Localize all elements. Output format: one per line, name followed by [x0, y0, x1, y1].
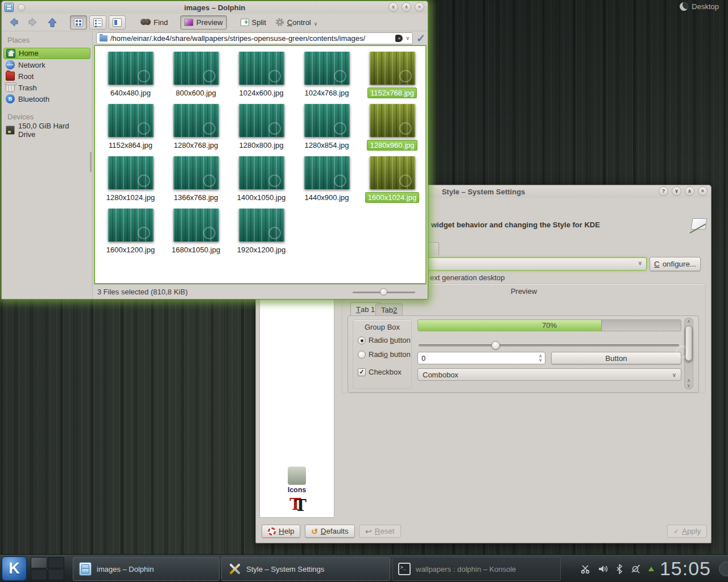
file-item[interactable]: 1280x854.jpg	[294, 104, 359, 156]
forward-button[interactable]	[24, 15, 42, 30]
pager-desktop-1[interactable]	[31, 557, 47, 568]
digital-clock[interactable]: 15:05	[660, 555, 711, 582]
preview-scrollbar[interactable]: ∧ ∧ ∨	[684, 318, 693, 389]
dolphin-app-icon	[79, 562, 92, 576]
maximize-button[interactable]: ∧	[402, 2, 411, 12]
zoom-slider[interactable]	[353, 288, 415, 296]
search-indexer-icon[interactable]	[631, 564, 641, 574]
spin-down-icon[interactable]: ∨	[539, 358, 542, 362]
defaults-button[interactable]: ↺ Defaults	[305, 525, 355, 538]
minimize-button[interactable]: ∨	[388, 2, 398, 12]
radio-button-1[interactable]: Radio button	[358, 336, 411, 344]
clear-text-icon[interactable]: ×	[395, 35, 403, 42]
places-item[interactable]: Home	[3, 48, 90, 59]
sticky-window-button[interactable]	[18, 4, 25, 11]
file-item[interactable]: 800x600.jpg	[163, 52, 229, 104]
up-button[interactable]	[44, 15, 61, 30]
device-item[interactable]: 150,0 GiB Hard Drive	[3, 124, 90, 136]
spinbox-arrows[interactable]: ∧ ∨	[539, 354, 542, 362]
tray-expander-icon[interactable]	[648, 567, 654, 571]
help-window-button[interactable]: ?	[659, 186, 668, 196]
sidebar-item[interactable]: Fonts	[260, 501, 334, 518]
file-item[interactable]: 728x582.jpg	[98, 156, 163, 209]
file-item[interactable]: 640x480.jpg	[98, 52, 163, 104]
klipper-scissors-icon[interactable]	[580, 564, 590, 574]
kde-menu-button[interactable]: K	[2, 556, 27, 581]
reset-button[interactable]: ↩ Reset	[359, 525, 401, 538]
file-item[interactable]: 1400x1050.jpg	[229, 156, 294, 209]
file-view[interactable]: 640x480.jpg 800x600.jpg 1024x600.jpg	[94, 45, 427, 284]
bluetooth-icon[interactable]	[615, 564, 623, 574]
file-item[interactable]: 1280x800.jpg	[229, 104, 294, 156]
pager-desktop-3[interactable]	[31, 569, 47, 580]
help-button[interactable]: Help	[262, 525, 300, 538]
volume-icon[interactable]	[598, 564, 608, 574]
file-item[interactable]: 1280x768.jpg	[163, 104, 229, 156]
file-item[interactable]: 1152x864.jpg	[98, 104, 163, 156]
dolphin-titlebar[interactable]: images – Dolphin ∨ ∧ ×	[2, 1, 428, 14]
pager-desktop-2[interactable]	[48, 557, 64, 568]
scrollbar-thumb[interactable]	[685, 326, 692, 361]
places-item[interactable]: Root	[3, 70, 90, 82]
desktop-toolbox[interactable]: Desktop	[680, 2, 719, 11]
undo-icon: ↺	[311, 527, 318, 536]
file-item[interactable]: 1280x960.jpg	[359, 104, 425, 156]
radio-button-2[interactable]: Radio button	[358, 350, 411, 359]
scroll-up-icon[interactable]: ∧	[684, 319, 693, 324]
find-button[interactable]: Find	[137, 15, 171, 30]
location-bar[interactable]: /home/einar/.kde4/share/wallpapers/strip…	[96, 32, 413, 44]
close-button[interactable]: ×	[415, 2, 424, 12]
file-item[interactable]: 1440x900.jpg	[294, 156, 359, 209]
terminal-icon: >_	[398, 563, 411, 575]
tab-2[interactable]: Tab 2	[375, 304, 403, 316]
slider-handle[interactable]	[491, 341, 500, 350]
icons-view-button[interactable]	[70, 15, 87, 30]
dolphin-app-icon[interactable]	[5, 3, 14, 12]
back-button[interactable]	[5, 15, 22, 30]
file-item[interactable]: 1152x768.jpg	[359, 52, 425, 104]
places-item[interactable]: Bluetooth	[3, 93, 90, 105]
preview-combobox[interactable]: Combobox ∨	[417, 368, 681, 381]
file-item[interactable]: 1920x1200.jpg	[229, 209, 294, 261]
maximize-button[interactable]: ∧	[685, 186, 694, 196]
spinbox[interactable]: 0 ∧ ∨	[417, 352, 545, 364]
preview-button[interactable]: Button	[551, 352, 681, 364]
split-button[interactable]: Split	[237, 15, 270, 30]
back-arrow-icon	[9, 18, 19, 27]
minimize-button[interactable]: ∨	[672, 186, 681, 196]
chevron-down-icon[interactable]: ∨	[406, 35, 410, 41]
apply-button[interactable]: ✓ Apply	[667, 525, 707, 538]
slider-handle[interactable]	[380, 288, 387, 296]
preview-toggle-button[interactable]: Preview	[180, 15, 226, 30]
file-item[interactable]: 1366x768.jpg	[163, 156, 229, 209]
details-view-button[interactable]	[89, 15, 106, 30]
scroll-up-icon[interactable]: ∧	[684, 378, 693, 383]
task-system-settings[interactable]: Style – System Settings	[221, 557, 390, 581]
file-item[interactable]: 1600x1200.jpg	[98, 209, 163, 261]
sidebar-item[interactable]: Icons	[260, 467, 334, 494]
pager-desktop-4[interactable]	[48, 569, 64, 580]
file-item[interactable]: 1600x1024.jpg	[359, 156, 425, 209]
file-name: 1280x768.jpg	[171, 140, 220, 150]
panel-cashew[interactable]	[719, 562, 728, 576]
preview-slider[interactable]	[419, 341, 679, 350]
configure-button[interactable]: Configure...	[650, 257, 701, 271]
file-item[interactable]: 1680x1050.jpg	[163, 209, 229, 261]
columns-view-button[interactable]	[109, 15, 126, 30]
desktop-pager[interactable]	[31, 557, 64, 580]
file-item[interactable]: 1024x768.jpg	[294, 52, 359, 104]
accept-location-button[interactable]: ✓	[416, 33, 425, 44]
control-menu-button[interactable]: Control ∨	[272, 15, 321, 30]
close-button[interactable]: ×	[698, 186, 708, 196]
places-item[interactable]: Network	[3, 59, 90, 70]
scroll-down-icon[interactable]: ∨	[684, 383, 693, 388]
details-view-icon	[93, 18, 102, 27]
places-scrollbar[interactable]	[90, 152, 92, 172]
task-dolphin[interactable]: images – Dolphin	[73, 557, 220, 581]
places-item[interactable]: Trash	[3, 82, 90, 93]
file-item[interactable]: 1024x600.jpg	[229, 52, 294, 104]
task-konsole[interactable]: >_ wallpapers : dolphin – Konsole	[392, 557, 561, 581]
location-path[interactable]: /home/einar/.kde4/share/wallpapers/strip…	[110, 34, 392, 43]
plasma-cashew-icon	[680, 2, 688, 11]
checkbox-control[interactable]: ✓ Checkbox	[358, 368, 402, 376]
